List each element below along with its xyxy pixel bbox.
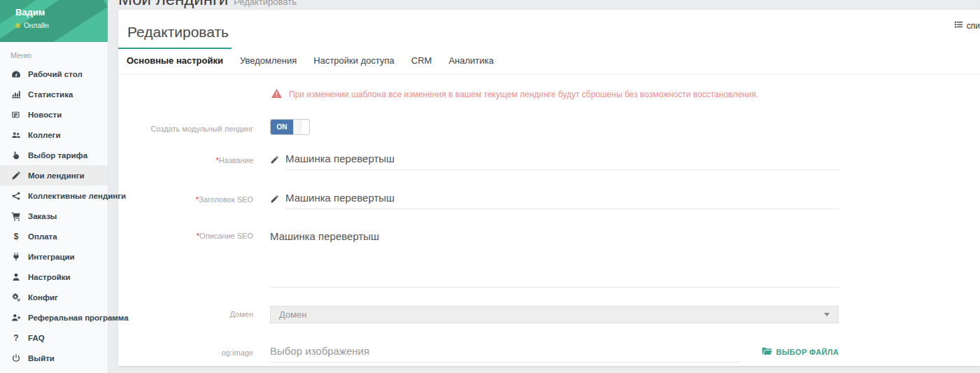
- tab-content: При изменении шаблона все изменения в ва…: [118, 74, 980, 373]
- sidebar-item-label: FAQ: [28, 334, 45, 342]
- form-row-og-image: og:image ВЫБОР ФАЙЛА: [118, 342, 839, 363]
- edit-card: Редактировать список Основные настройки …: [118, 10, 980, 366]
- sidebar-item-tariff[interactable]: Выбор тарифа: [0, 145, 108, 165]
- user-plus-icon: [10, 313, 22, 323]
- og-image-label: og:image: [118, 342, 264, 357]
- chevron-down-icon: [824, 313, 830, 316]
- module-toggle-label: Создать модульный лендинг: [118, 118, 264, 133]
- sidebar-item-referral[interactable]: Реферальная программа: [0, 307, 108, 328]
- sidebar-item-payment[interactable]: $ Оплата: [0, 226, 108, 246]
- tab-access-settings[interactable]: Настройки доступа: [305, 48, 403, 73]
- edit-form: Создать модульный лендинг ON *Название: [118, 118, 839, 373]
- page-subtitle: Редактировать: [234, 0, 297, 7]
- module-toggle-switch[interactable]: ON: [270, 119, 310, 135]
- sidebar-item-label: Конфиг: [28, 293, 58, 302]
- pencil-icon: [270, 155, 279, 167]
- list-view-label: список: [967, 21, 980, 31]
- sidebar-item-colleagues[interactable]: Коллеги: [0, 125, 108, 145]
- seo-title-label: *Заголовок SEO: [118, 188, 264, 204]
- dollar-icon: $: [10, 232, 22, 241]
- sidebar-item-collective-landings[interactable]: Коллективные лендинги: [0, 185, 108, 206]
- tab-main-settings[interactable]: Основные настройки: [118, 48, 232, 73]
- sidebar-item-my-landings[interactable]: Мои лендинги: [0, 165, 108, 185]
- sidebar-item-label: Коллективные лендинги: [28, 192, 126, 200]
- share-icon: [10, 191, 22, 201]
- online-status-dot-icon: [15, 23, 20, 28]
- sidebar-item-label: Заказы: [28, 212, 57, 220]
- domain-label: Домен: [118, 306, 264, 318]
- sidebar-item-label: Выйти: [28, 354, 55, 363]
- page-title: Мои лендинги: [118, 0, 228, 9]
- choose-file-button[interactable]: ВЫБОР ФАЙЛА: [762, 347, 839, 357]
- main-content: Мои лендинги Редактировать Редактировать…: [109, 0, 980, 373]
- user-status: Онлайн: [15, 22, 108, 29]
- sidebar-item-label: Оплата: [28, 232, 57, 241]
- sidebar-item-logout[interactable]: Выйти: [0, 348, 108, 368]
- sidebar-item-label: Настройки: [28, 273, 71, 281]
- landings-icon: [10, 171, 22, 181]
- list-icon: [954, 21, 963, 31]
- tab-crm[interactable]: CRM: [403, 48, 441, 73]
- tab-notifications[interactable]: Уведомления: [232, 48, 305, 73]
- sidebar-item-settings[interactable]: Настройки: [0, 267, 108, 287]
- user-status-label: Онлайн: [24, 22, 49, 29]
- dashboard-icon: [10, 69, 22, 79]
- power-icon: [10, 353, 22, 363]
- user-icon: [10, 272, 22, 282]
- seo-title-input[interactable]: [285, 188, 839, 209]
- choose-file-label: ВЫБОР ФАЙЛА: [776, 348, 839, 356]
- users-icon: [10, 130, 22, 140]
- domain-select[interactable]: Домен: [270, 306, 839, 323]
- folder-icon: [762, 347, 772, 357]
- sidebar-item-label: Интеграции: [28, 253, 75, 261]
- card-header: Редактировать список: [118, 10, 980, 48]
- user-name: Вадим: [15, 7, 108, 17]
- template-warning: При изменении шаблона все изменения в ва…: [271, 87, 980, 102]
- sidebar-item-integrations[interactable]: Интеграции: [0, 246, 108, 267]
- tab-bar: Основные настройки Уведомления Настройки…: [118, 48, 980, 74]
- sidebar-item-label: Статистика: [28, 90, 73, 99]
- seo-description-label: *Описание SEO: [118, 227, 264, 240]
- bar-chart-icon: [10, 90, 22, 99]
- gears-icon: [10, 293, 22, 302]
- form-row-domain: Домен Домен: [118, 306, 839, 323]
- form-row-module-toggle: Создать модульный лендинг ON: [118, 118, 839, 135]
- card-heading: Редактировать: [127, 24, 980, 41]
- og-image-input[interactable]: [270, 342, 741, 363]
- menu-section-label: Меню: [0, 42, 108, 64]
- sidebar-item-orders[interactable]: Заказы: [0, 206, 108, 226]
- sidebar-item-faq[interactable]: ? FAQ: [0, 328, 108, 348]
- pencil-icon: [270, 194, 279, 206]
- sidebar-item-label: Реферальная программа: [28, 314, 129, 322]
- sidebar-item-statistics[interactable]: Статистика: [0, 84, 108, 104]
- form-row-seo-title: *Заголовок SEO: [118, 188, 839, 209]
- sidebar-item-label: Коллеги: [28, 131, 60, 139]
- question-icon: ?: [10, 333, 22, 343]
- news-icon: [10, 110, 22, 120]
- form-row-seo-description: *Описание SEO Машинка перевертыш: [118, 227, 839, 288]
- list-view-button[interactable]: список: [954, 21, 980, 31]
- sidebar-item-label: Новости: [28, 111, 62, 119]
- domain-select-value: Домен: [279, 309, 307, 320]
- plug-icon: [10, 252, 22, 262]
- name-input[interactable]: [285, 149, 839, 170]
- sidebar-item-news[interactable]: Новости: [0, 104, 108, 125]
- sidebar: Вадим Онлайн Меню Рабочий стол Статистик…: [0, 0, 108, 373]
- name-label: *Название: [118, 149, 264, 164]
- sidebar-item-label: Выбор тарифа: [28, 151, 87, 160]
- sidebar-item-label: Мои лендинги: [28, 171, 85, 180]
- seo-description-textarea[interactable]: Машинка перевертыш: [270, 227, 839, 288]
- toggle-handle: [293, 120, 301, 134]
- form-row-name: *Название: [118, 149, 839, 170]
- sidebar-item-config[interactable]: Конфиг: [0, 287, 108, 307]
- toggle-on-label: ON: [271, 120, 293, 134]
- sidebar-item-dashboard[interactable]: Рабочий стол: [0, 64, 108, 84]
- warning-text: При изменении шаблона все изменения в ва…: [289, 90, 758, 99]
- tab-analytics[interactable]: Аналитика: [440, 48, 502, 73]
- warning-triangle-icon: [271, 88, 283, 101]
- cart-icon: [10, 211, 22, 221]
- page-header: Мои лендинги Редактировать: [118, 0, 297, 9]
- hand-pointer-icon: [10, 150, 22, 160]
- sidebar-user-panel: Вадим Онлайн: [0, 0, 108, 42]
- sidebar-item-label: Рабочий стол: [28, 70, 83, 78]
